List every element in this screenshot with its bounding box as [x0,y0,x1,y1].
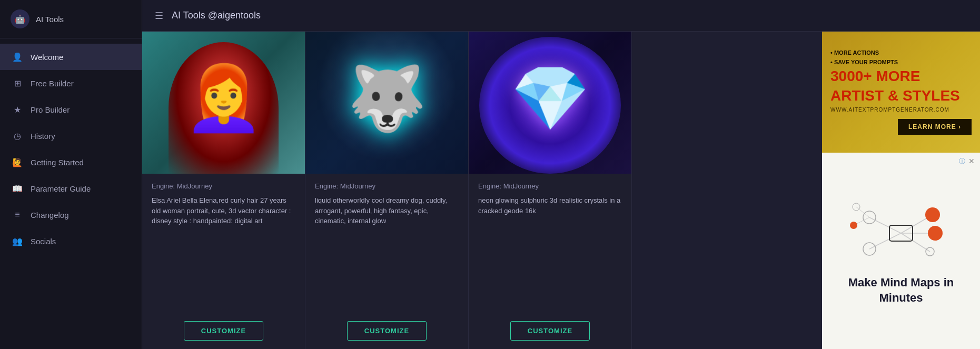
card-2-image [305,32,468,174]
card-3-customize-button[interactable]: CUSTOMIZE [510,321,590,341]
svg-line-5 [856,207,869,217]
sidebar-item-pro-builder[interactable]: ★ Pro Builder [0,96,142,123]
card-3-image [469,32,631,174]
card-1-description: Elsa Ariel Bella Elena,red curly hair 27… [152,195,295,314]
sidebar-item-getting-started[interactable]: 🙋 Getting Started [0,149,142,175]
ad-sub-text: WWW.AITEXTPROMPTGENERATOR.COM [830,107,949,113]
ad-close-icon[interactable]: ✕ [968,157,975,165]
cards-area: Engine: MidJourney Elsa Ariel Bella Elen… [142,32,980,349]
person-icon: 👤 [12,51,23,63]
book-icon: 📖 [12,183,23,194]
ad-panels: • MORE ACTIONS • SAVE YOUR PROMPTS 3000+… [822,32,980,349]
grid-icon: ⊞ [12,77,23,89]
sidebar-item-label: Welcome [31,53,63,62]
card-1-customize-button[interactable]: CUSTOMIZE [184,321,263,341]
svg-point-14 [850,222,857,229]
sidebar-item-free-builder[interactable]: ⊞ Free Builder [0,70,142,96]
sidebar-item-label: Pro Builder [31,105,70,114]
list-icon: ≡ [12,209,23,221]
people-icon: 👥 [12,235,23,247]
clock-icon: ◷ [12,130,23,142]
card-1-image [142,32,305,174]
sidebar-item-label: Changelog [31,211,69,220]
card-2: Engine: MidJourney liquid otherworldly c… [305,32,469,349]
ad-bullet-2: • SAVE YOUR PROMPTS [830,59,898,65]
card-3: Engine: MidJourney neon glowing sulphuri… [469,32,632,349]
svg-line-4 [901,233,930,252]
ad-learn-more-button[interactable]: LEARN MORE › [898,119,972,135]
card-2-engine: Engine: MidJourney [315,182,459,190]
ad-info-icon[interactable]: ⓘ [959,157,965,166]
card-2-customize-button[interactable]: CUSTOMIZE [347,321,427,341]
main-content: ☰ AI Tools @aigentools Engine: MidJourne… [142,0,980,349]
card-3-description: neon glowing sulphuric 3d realistic crys… [478,195,622,314]
star-icon: ★ [12,104,23,115]
ad-top: • MORE ACTIONS • SAVE YOUR PROMPTS 3000+… [822,32,980,153]
sidebar-item-label: Parameter Guide [31,184,91,193]
sidebar-item-label: History [31,132,55,141]
sidebar-item-label: Getting Started [31,158,84,167]
sidebar-header: 🤖 AI Tools [0,0,142,38]
hamburger-icon[interactable]: ☰ [155,10,163,22]
card-2-description: liquid otherworldly cool dreamy dog, cud… [315,195,459,314]
card-3-engine: Engine: MidJourney [478,182,622,190]
svg-point-11 [928,226,943,241]
ad-bottom-title: Make Mind Maps in Minutes [833,275,969,305]
card-3-body: Engine: MidJourney neon glowing sulphuri… [469,174,631,349]
sidebar-item-label: Free Builder [31,79,74,88]
ad-main-text-line1: 3000+ MORE [830,68,920,85]
svg-point-10 [925,207,940,222]
sidebar-item-history[interactable]: ◷ History [0,123,142,149]
sidebar-item-changelog[interactable]: ≡ Changelog [0,202,142,228]
sidebar-item-parameter-guide[interactable]: 📖 Parameter Guide [0,175,142,202]
ad-bottom: ⓘ ✕ [822,153,980,349]
cards-scroll: Engine: MidJourney Elsa Ariel Bella Elen… [142,32,822,349]
sidebar: 🤖 AI Tools 👤 Welcome ⊞ Free Builder ★ Pr… [0,0,142,349]
sidebar-nav: 👤 Welcome ⊞ Free Builder ★ Pro Builder ◷… [0,38,142,349]
sidebar-item-welcome[interactable]: 👤 Welcome [0,44,142,70]
ad-top-content: • MORE ACTIONS • SAVE YOUR PROMPTS 3000+… [830,49,972,135]
person-question-icon: 🙋 [12,156,23,168]
card-2-body: Engine: MidJourney liquid otherworldly c… [305,174,468,349]
card-1-engine: Engine: MidJourney [152,182,295,190]
sidebar-app-title: AI Tools [36,15,64,24]
card-1-body: Engine: MidJourney Elsa Ariel Bella Elen… [142,174,305,349]
ad-main-text-line2: ARTIST & STYLES [830,88,960,104]
ad-bullet-1: • MORE ACTIONS [830,49,879,56]
topbar: ☰ AI Tools @aigentools [142,0,980,32]
topbar-title: AI Tools @aigentools [172,10,261,21]
mind-map-graphic [848,196,954,270]
card-1: Engine: MidJourney Elsa Ariel Bella Elen… [142,32,305,349]
sidebar-item-label: Socials [31,237,56,246]
app-logo-icon: 🤖 [11,9,29,28]
sidebar-item-socials[interactable]: 👥 Socials [0,228,142,254]
